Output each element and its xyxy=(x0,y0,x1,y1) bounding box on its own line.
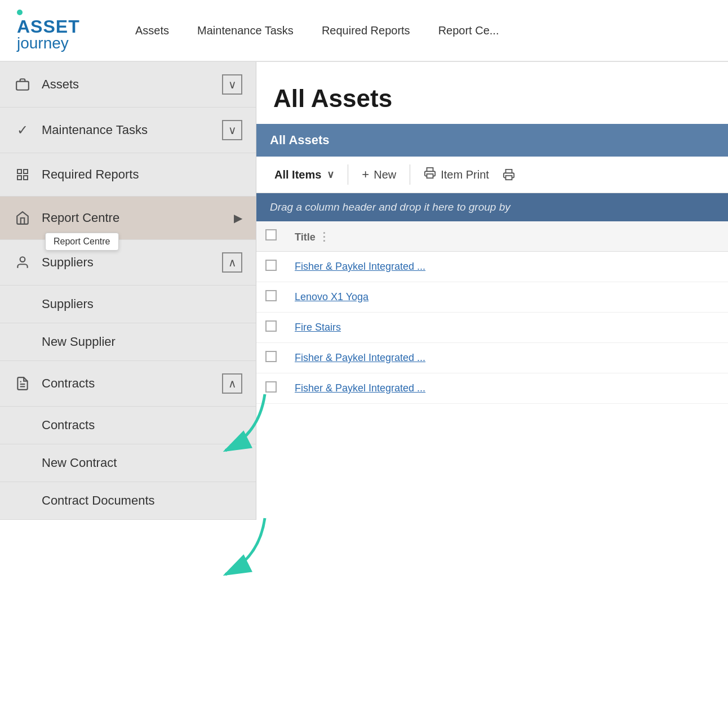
svg-rect-2 xyxy=(24,170,28,173)
sidebar-suppliers-label: Suppliers xyxy=(42,255,216,270)
table-toolbar: All Items ∨ + New Item Print xyxy=(256,157,728,193)
table-row: Fisher & Paykel Integrated ... xyxy=(256,343,728,373)
row-5-checkbox-cell xyxy=(256,373,286,404)
logo-dot xyxy=(17,10,23,15)
home-icon xyxy=(14,209,32,227)
maintenance-chevron-down[interactable]: ∨ xyxy=(222,120,242,140)
row-2-title-cell: Lenovo X1 Yoga xyxy=(286,282,728,313)
briefcase-icon xyxy=(14,75,32,93)
nav-links: Assets Maintenance Tasks Required Report… xyxy=(135,24,499,37)
filter-label: All Items xyxy=(274,168,321,181)
group-by-bar: Drag a column header and drop it here to… xyxy=(256,193,728,221)
sidebar-contracts-label: Contracts xyxy=(42,376,216,391)
nav-report-centre[interactable]: Report Ce... xyxy=(438,24,499,37)
row-5-checkbox[interactable] xyxy=(265,381,277,393)
main-layout: Assets ∨ ✓ Maintenance Tasks ∨ Required … xyxy=(0,62,728,704)
row-1-checkbox-cell xyxy=(256,252,286,282)
table-row: Fisher & Paykel Integrated ... xyxy=(256,373,728,404)
sidebar-contracts-list-label: Contracts xyxy=(42,418,95,433)
row-3-checkbox[interactable] xyxy=(265,320,277,332)
header-checkbox[interactable] xyxy=(265,229,277,240)
sidebar-item-suppliers[interactable]: Suppliers ∧ xyxy=(0,240,256,286)
new-label: New xyxy=(374,168,396,181)
row-1-title-link[interactable]: Fisher & Paykel Integrated ... xyxy=(295,261,425,272)
row-3-checkbox-cell xyxy=(256,313,286,343)
nav-assets[interactable]: Assets xyxy=(135,24,169,37)
svg-rect-4 xyxy=(24,176,28,180)
new-button[interactable]: + New xyxy=(355,163,403,186)
row-2-checkbox[interactable] xyxy=(265,290,277,301)
table-row: Lenovo X1 Yoga xyxy=(256,282,728,313)
printer-icon xyxy=(424,167,436,182)
contracts-chevron-up[interactable]: ∧ xyxy=(222,373,242,394)
nav-maintenance-tasks[interactable]: Maintenance Tasks xyxy=(197,24,294,37)
toolbar-divider-1 xyxy=(348,164,348,185)
sidebar-report-centre-label: Report Centre xyxy=(42,211,229,225)
sidebar-assets-label: Assets xyxy=(42,77,216,92)
table-row: Fisher & Paykel Integrated ... xyxy=(256,252,728,282)
person-icon xyxy=(14,253,32,271)
logo-asset-text: ASSET xyxy=(17,17,107,35)
toolbar-divider-2 xyxy=(410,164,410,185)
row-1-title-cell: Fisher & Paykel Integrated ... xyxy=(286,252,728,282)
sidebar-sub-contract-documents[interactable]: Contract Documents xyxy=(0,482,256,520)
sidebar-required-reports-label: Required Reports xyxy=(42,167,242,182)
row-2-title-link[interactable]: Lenovo X1 Yoga xyxy=(295,291,369,302)
checkmark-icon: ✓ xyxy=(14,121,32,139)
sidebar-maintenance-label: Maintenance Tasks xyxy=(42,123,216,137)
assets-chevron-down[interactable]: ∨ xyxy=(222,74,242,95)
row-5-title-cell: Fisher & Paykel Integrated ... xyxy=(286,373,728,404)
sidebar-sub-new-supplier[interactable]: New Supplier xyxy=(0,323,256,361)
main-content: All Assets All Assets All Items ∨ + New xyxy=(256,62,728,704)
sidebar-item-required-reports[interactable]: Required Reports xyxy=(0,153,256,197)
data-table: Title ⋮ Fisher & Paykel Integrated ... xyxy=(256,221,728,404)
table-header-bar: All Assets xyxy=(256,124,728,157)
sidebar: Assets ∨ ✓ Maintenance Tasks ∨ Required … xyxy=(0,62,256,520)
row-2-checkbox-cell xyxy=(256,282,286,313)
logo-journey-text: journey xyxy=(17,35,107,51)
col-title-label: Title xyxy=(295,231,316,243)
sidebar-contract-documents-label: Contract Documents xyxy=(42,493,155,508)
logo[interactable]: ASSET journey xyxy=(17,10,107,51)
nav-required-reports[interactable]: Required Reports xyxy=(322,24,410,37)
sidebar-item-report-centre[interactable]: Report Centre ▶ Report Centre xyxy=(0,197,256,240)
row-4-checkbox[interactable] xyxy=(265,351,277,362)
sidebar-wrapper: Assets ∨ ✓ Maintenance Tasks ∨ Required … xyxy=(0,62,256,704)
sidebar-sub-new-contract[interactable]: New Contract xyxy=(0,444,256,482)
item-print-label: Item Print xyxy=(441,168,489,181)
cursor-icon: ▶ xyxy=(234,211,242,225)
svg-rect-1 xyxy=(17,170,21,173)
item-print-button[interactable]: Item Print xyxy=(417,162,496,187)
filter-select[interactable]: All Items ∨ xyxy=(268,164,341,186)
sidebar-item-maintenance[interactable]: ✓ Maintenance Tasks ∨ xyxy=(0,108,256,153)
sidebar-sub-suppliers[interactable]: Suppliers xyxy=(0,286,256,323)
svg-rect-11 xyxy=(505,176,512,180)
row-5-title-link[interactable]: Fisher & Paykel Integrated ... xyxy=(295,382,425,394)
sidebar-new-contract-label: New Contract xyxy=(42,456,117,470)
report-centre-tooltip: Report Centre xyxy=(45,233,119,251)
th-checkbox xyxy=(256,221,286,252)
row-3-title-link[interactable]: Fire Stairs xyxy=(295,322,341,333)
row-3-title-cell: Fire Stairs xyxy=(286,313,728,343)
row-4-title-link[interactable]: Fisher & Paykel Integrated ... xyxy=(295,352,425,363)
document-icon xyxy=(14,375,32,393)
table-row: Fire Stairs xyxy=(256,313,728,343)
print-icon-button[interactable] xyxy=(496,164,522,185)
table-header-row: Title ⋮ xyxy=(256,221,728,252)
plus-icon: + xyxy=(362,167,369,182)
svg-rect-10 xyxy=(427,174,433,178)
svg-point-5 xyxy=(20,257,25,262)
svg-rect-3 xyxy=(17,176,21,180)
th-title: Title ⋮ xyxy=(286,221,728,252)
sidebar-item-assets[interactable]: Assets ∨ xyxy=(0,62,256,108)
sidebar-item-contracts[interactable]: Contracts ∧ xyxy=(0,361,256,407)
row-1-checkbox[interactable] xyxy=(265,260,277,271)
sidebar-new-supplier-label: New Supplier xyxy=(42,335,116,349)
grid-icon xyxy=(14,166,32,184)
suppliers-chevron-up[interactable]: ∧ xyxy=(222,252,242,273)
row-4-checkbox-cell xyxy=(256,343,286,373)
col-menu-icon[interactable]: ⋮ xyxy=(318,230,330,243)
sidebar-sub-contracts-list[interactable]: Contracts xyxy=(0,407,256,444)
page-title: All Assets xyxy=(256,62,728,124)
svg-rect-0 xyxy=(16,82,29,90)
